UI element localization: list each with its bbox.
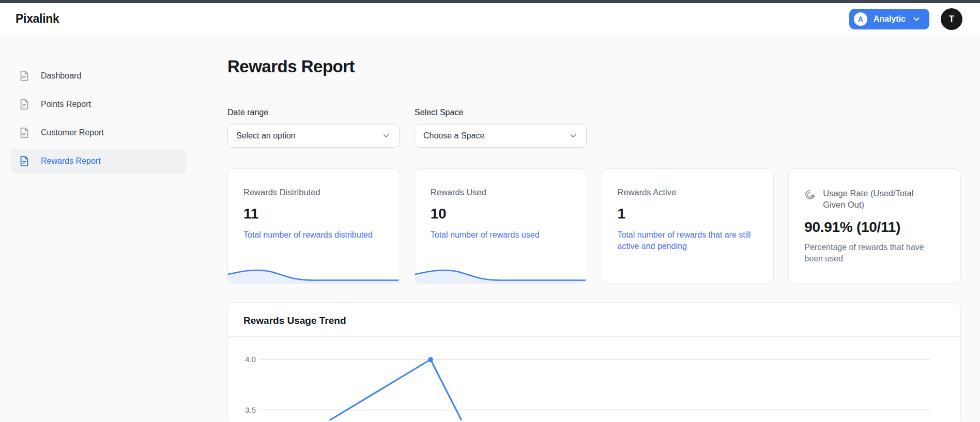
document-icon [19,99,30,110]
user-avatar[interactable]: T [941,8,962,30]
app-header: Pixalink A Analytic T [0,3,980,35]
data-point-peak [428,357,433,362]
date-range-value: Select an option [236,131,296,140]
main-content: Rewards Report Date range Select an opti… [196,35,980,422]
stat-value: 1 [618,206,758,222]
space-select[interactable]: Choose a Space [415,124,587,148]
y-tick-3_5: 3.5 [245,405,256,414]
page-layout: Dashboard Points Report Customer Repor [0,35,980,422]
date-range-filter: Date range Select an option [227,108,400,148]
page-title: Rewards Report [227,57,961,76]
stat-value: 10 [431,206,571,222]
stat-card-usage-rate: Usage Rate (Used/Total Given Out) 90.91%… [788,168,961,284]
sidebar-item-label: Points Report [41,100,91,109]
chevron-down-icon [381,131,391,140]
chart-card-header: Rewards Usage Trend [228,303,960,337]
stat-description: Percentage of rewards that have been use… [804,242,944,265]
document-icon [19,155,30,167]
workspace-switcher-button[interactable]: A Analytic [849,9,929,29]
header-right-group: A Analytic T [849,8,962,30]
stat-description: Total number of rewards distributed [243,229,383,241]
workspace-initial-badge: A [854,12,867,26]
stat-label: Rewards Used [431,187,571,197]
rewards-usage-trend-chart: 4.0 3.5 [228,337,960,420]
stat-label: Rewards Active [618,187,758,197]
sidebar-item-dashboard[interactable]: Dashboard [10,64,186,88]
stat-label: Usage Rate (Used/Total Given Out) [823,187,926,211]
stat-cards-row: Rewards Distributed 11 Total number of r… [227,168,961,284]
chevron-down-icon [569,131,578,140]
stat-description: Total number of rewards used [431,229,570,241]
stat-card-rewards-used: Rewards Used 10 Total number of rewards … [415,168,587,284]
stat-card-header: Usage Rate (Used/Total Given Out) [804,187,945,211]
sparkline-chart [415,251,587,283]
space-value: Choose a Space [423,131,484,140]
sparkline-chart [228,251,400,283]
y-tick-4_0: 4.0 [245,355,256,364]
stat-card-rewards-active: Rewards Active 1 Total number of rewards… [602,168,774,284]
sidebar-item-points-report[interactable]: Points Report [10,92,186,116]
sidebar-nav: Dashboard Points Report Customer Repor [0,35,196,422]
rewards-usage-trend-card: Rewards Usage Trend 4.0 3.5 [227,302,961,422]
sidebar-item-label: Rewards Report [41,157,101,166]
chart-title: Rewards Usage Trend [243,315,945,326]
stat-description: Total number of rewards that are still a… [618,229,757,253]
stat-value: 11 [243,206,384,222]
filters-row: Date range Select an option Select Space… [227,108,961,148]
cursor-click-icon [804,189,817,201]
sidebar-item-label: Customer Report [41,128,104,137]
stat-label: Rewards Distributed [243,187,384,197]
sidebar-item-label: Dashboard [41,71,81,81]
workspace-label: Analytic [874,14,906,24]
date-range-select[interactable]: Select an option [227,124,400,148]
date-range-label: Date range [227,108,400,117]
stat-value: 90.91% (10/11) [804,219,945,236]
sidebar-item-customer-report[interactable]: Customer Report [10,121,186,145]
space-label: Select Space [415,108,587,117]
chevron-down-icon [912,14,921,24]
document-icon [19,127,30,138]
brand-logo: Pixalink [16,12,59,26]
stat-card-rewards-distributed: Rewards Distributed 11 Total number of r… [227,168,400,284]
document-icon [19,70,30,82]
space-filter: Select Space Choose a Space [415,108,587,148]
sidebar-item-rewards-report[interactable]: Rewards Report [10,149,186,173]
